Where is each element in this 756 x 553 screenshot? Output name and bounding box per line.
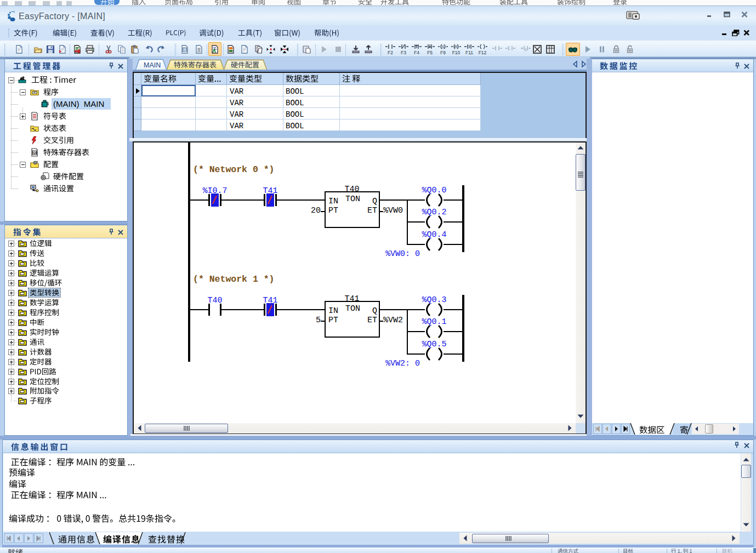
svg-text:T41: T41 — [263, 186, 277, 196]
svg-text:Q: Q — [372, 306, 377, 316]
svg-text:F3: F3 — [401, 50, 406, 55]
svg-text:F11: F11 — [465, 50, 473, 55]
svg-text:VAR: VAR — [230, 99, 244, 107]
svg-text:ET: ET — [367, 206, 377, 215]
svg-text:S: S — [441, 44, 444, 49]
svg-text:(* Network 1 *): (* Network 1 *) — [193, 274, 275, 284]
svg-text:ET: ET — [367, 316, 377, 325]
svg-text:(MAIN) MAIN: (MAIN) MAIN — [53, 99, 104, 109]
svg-text:VAR: VAR — [230, 87, 244, 96]
svg-text:T41: T41 — [263, 296, 277, 305]
svg-text:%Q0.5: %Q0.5 — [422, 340, 446, 349]
svg-text:5: 5 — [316, 316, 321, 325]
svg-text:IN: IN — [328, 197, 338, 206]
svg-text:PT: PT — [328, 206, 338, 215]
svg-text:F4: F4 — [414, 50, 419, 55]
svg-text:BOOL: BOOL — [286, 87, 304, 96]
svg-text:T40: T40 — [207, 296, 222, 305]
svg-text:F10: F10 — [452, 50, 461, 55]
svg-text:T41: T41 — [344, 294, 359, 304]
svg-text:20: 20 — [311, 206, 321, 215]
svg-text:T40: T40 — [344, 185, 359, 194]
svg-text:%VW0: %VW0 — [383, 206, 403, 215]
svg-text:%Q0.3: %Q0.3 — [422, 295, 446, 305]
svg-text:EasyFactory - [MAIN]: EasyFactory - [MAIN] — [19, 12, 105, 21]
svg-text:Q: Q — [372, 197, 377, 206]
svg-text:F9: F9 — [440, 50, 446, 55]
svg-text:PT: PT — [328, 316, 338, 325]
svg-text:IN: IN — [328, 306, 338, 316]
svg-text:SM: SM — [33, 151, 38, 155]
svg-text:F12: F12 — [479, 50, 487, 55]
svg-text:%Q0.4: %Q0.4 — [422, 230, 446, 240]
svg-text:BOOL: BOOL — [286, 110, 304, 119]
svg-text:F2: F2 — [388, 50, 393, 55]
svg-text:BOOL: BOOL — [286, 122, 304, 130]
svg-text:%VW0: 0: %VW0: 0 — [385, 249, 420, 259]
svg-text:%Q0.2: %Q0.2 — [422, 208, 446, 217]
svg-text:%Q0.1: %Q0.1 — [422, 317, 446, 327]
svg-text:R: R — [454, 44, 458, 49]
svg-text:%Q0.0: %Q0.0 — [422, 186, 446, 195]
svg-text:TON: TON — [345, 195, 360, 204]
svg-text:BOOL: BOOL — [286, 99, 304, 107]
svg-text:VAR: VAR — [230, 122, 244, 130]
svg-text:MAIN: MAIN — [144, 61, 161, 69]
svg-text:VAR: VAR — [230, 110, 244, 119]
svg-text:F5: F5 — [427, 50, 433, 55]
svg-text:TON: TON — [345, 304, 360, 313]
svg-text:%VW2: 0: %VW2: 0 — [385, 359, 420, 368]
svg-text:%I0.7: %I0.7 — [202, 186, 227, 196]
svg-text:%VW2: %VW2 — [383, 316, 403, 325]
svg-text:(* Network 0 *): (* Network 0 *) — [193, 164, 275, 175]
